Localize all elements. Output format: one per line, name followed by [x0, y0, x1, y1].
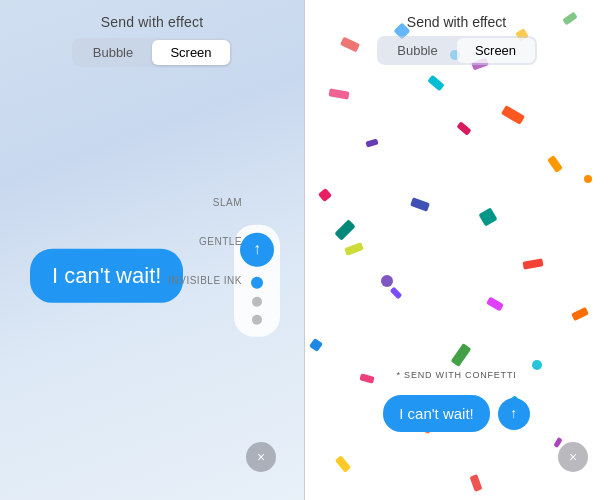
- send-button-right[interactable]: ↑: [498, 398, 530, 430]
- confetti-piece: [359, 373, 374, 383]
- effect-label-gentle: GENTLE: [199, 236, 242, 247]
- close-button-right[interactable]: ×: [558, 442, 588, 472]
- left-panel: Send with effect Bubble Screen I can't w…: [0, 0, 304, 500]
- confetti-effect-label: * SEND WITH CONFETTI: [397, 370, 517, 380]
- close-button-left[interactable]: ×: [246, 442, 276, 472]
- confetti-piece: [486, 297, 504, 312]
- right-tab-bar: Bubble Screen: [377, 36, 537, 65]
- confetti-piece: [365, 139, 378, 148]
- confetti-piece: [345, 242, 365, 256]
- right-tab-screen[interactable]: Screen: [457, 38, 535, 63]
- confetti-piece: [329, 88, 350, 99]
- confetti-piece: [335, 455, 351, 472]
- right-message-area: I can't wait! ↑: [305, 395, 608, 432]
- confetti-piece: [309, 338, 323, 352]
- send-arrow-icon: ↑: [253, 239, 261, 257]
- confetti-piece: [532, 360, 542, 370]
- effect-dot-0[interactable]: [251, 276, 263, 288]
- confetti-piece: [381, 275, 393, 287]
- right-header-title: Send with effect: [305, 14, 608, 30]
- right-header-area: Send with effect Bubble Screen: [305, 0, 608, 73]
- left-header: Send with effect: [0, 0, 304, 38]
- effect-label-invisible: INVISIBLE INK: [168, 275, 242, 286]
- effect-dots: [251, 272, 263, 328]
- confetti-piece: [318, 188, 332, 202]
- confetti-piece: [410, 197, 430, 212]
- effect-dot-2[interactable]: [252, 314, 262, 324]
- close-icon-left: ×: [257, 450, 265, 464]
- left-message-bubble: I can't wait!: [30, 248, 183, 302]
- left-tab-screen[interactable]: Screen: [152, 40, 230, 65]
- effect-dot-1[interactable]: [252, 296, 262, 306]
- left-content-area: I can't wait! ↑: [0, 83, 304, 500]
- confetti-piece: [335, 219, 356, 240]
- confetti-piece: [571, 307, 589, 321]
- confetti-piece: [478, 207, 497, 226]
- confetti-piece: [469, 474, 482, 492]
- confetti-piece: [456, 121, 471, 135]
- confetti-piece: [389, 287, 402, 300]
- close-icon-right: ×: [569, 449, 577, 465]
- confetti-piece: [428, 75, 445, 91]
- right-panel: Send with effect Bubble Screen * SEND WI…: [304, 0, 608, 500]
- confetti-piece: [501, 105, 525, 125]
- effect-labels: SLAM GENTLE INVISIBLE INK: [168, 197, 242, 286]
- right-message-bubble: I can't wait!: [383, 395, 490, 432]
- confetti-piece: [584, 175, 592, 183]
- right-tab-bubble[interactable]: Bubble: [379, 38, 457, 63]
- left-tab-bar: Bubble Screen: [72, 38, 232, 67]
- send-button-left[interactable]: ↑: [240, 232, 274, 266]
- confetti-piece: [451, 343, 472, 367]
- effect-label-slam: SLAM: [213, 197, 242, 208]
- confetti-piece: [548, 155, 564, 173]
- send-arrow-icon-right: ↑: [510, 405, 517, 421]
- left-tab-bubble[interactable]: Bubble: [74, 40, 152, 65]
- confetti-piece: [523, 258, 544, 269]
